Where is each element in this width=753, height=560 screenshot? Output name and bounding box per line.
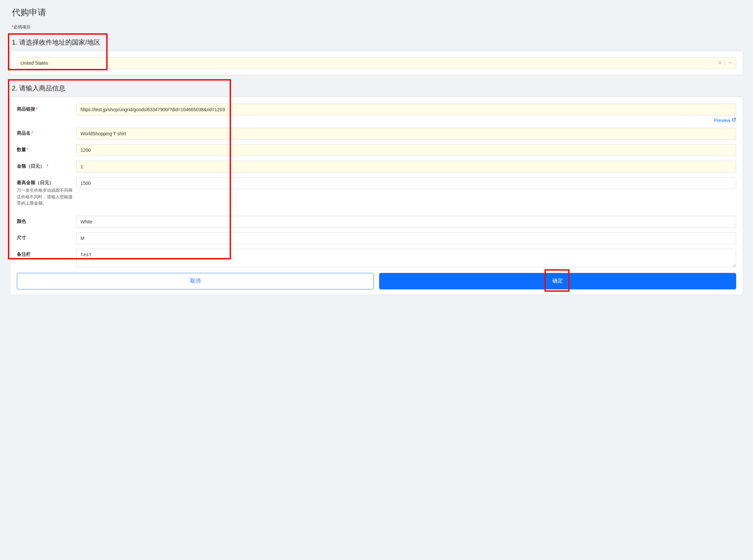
required-note: *必填项目 [12, 24, 743, 30]
page-title: 代购申请 [12, 6, 743, 18]
section-country: 1. 请选择收件地址的国家/地区 United States [10, 35, 743, 75]
section-product: 2. 请输入商品信息 商品链接* Preview [10, 81, 743, 295]
url-input[interactable] [76, 104, 736, 116]
color-input[interactable] [76, 216, 736, 228]
url-label: 商品链接* [17, 104, 76, 112]
country-select[interactable]: United States [17, 57, 736, 69]
name-input[interactable] [76, 128, 736, 140]
amount-label: 金额（日元） * [17, 161, 76, 169]
max-amount-input[interactable] [76, 177, 736, 189]
chevron-down-icon[interactable] [728, 60, 733, 66]
remark-textarea[interactable]: test [76, 249, 736, 267]
clear-icon[interactable] [718, 60, 722, 66]
confirm-button[interactable]: 确定 [379, 273, 736, 289]
quantity-input[interactable] [76, 144, 736, 156]
amount-input[interactable] [76, 161, 736, 173]
size-input[interactable] [76, 232, 736, 244]
preview-link[interactable]: Preview [714, 118, 736, 123]
section-product-body: 商品链接* Preview 商品名* [10, 97, 743, 295]
section-product-heading: 2. 请输入商品信息 [10, 81, 743, 97]
color-label: 颜色 [17, 216, 76, 224]
section-country-heading: 1. 请选择收件地址的国家/地区 [10, 35, 743, 51]
max-amount-hint: 万一发生价格变动或因不同商店价格不同时，请输入您能接受的上限金额。 [17, 187, 76, 206]
quantity-label: 数量* [17, 144, 76, 153]
select-divider [725, 60, 725, 66]
external-link-icon [732, 118, 736, 123]
section-country-body: United States [10, 51, 743, 75]
size-label: 尺寸 [17, 232, 76, 241]
cancel-button[interactable]: 取消 [17, 273, 374, 289]
remark-label: 备注栏 [17, 249, 76, 257]
name-label: 商品名* [17, 128, 76, 136]
country-select-value: United States [20, 60, 718, 66]
max-amount-label: 最高金额（日元） 万一发生价格变动或因不同商店价格不同时，请输入您能接受的上限金… [17, 177, 76, 206]
